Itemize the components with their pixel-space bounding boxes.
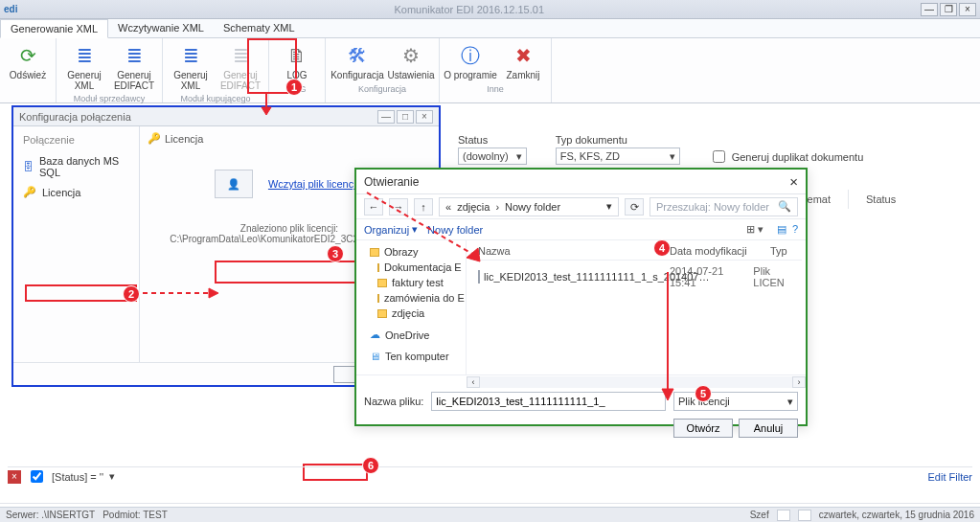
tools-icon: 🛠 — [344, 42, 371, 69]
folder-icon — [377, 294, 379, 303]
filter-row: Status (dowolny)▾ Typ dokumentu FS, KFS,… — [458, 134, 972, 172]
search-input[interactable]: Przeszukaj: Nowy folder 🔍 — [650, 197, 798, 216]
status-label: Status — [458, 134, 527, 146]
buy-generate-xml-button[interactable]: ≣ Generuj XML — [167, 40, 215, 93]
load-license-button[interactable]: Wczytaj plik licencji — [262, 177, 364, 191]
marker-4: 4 — [653, 239, 671, 257]
xml-icon: ≣ — [177, 42, 204, 69]
open-dialog-title: Otwieranie — [364, 175, 419, 189]
log-button[interactable]: 🗎 LOG — [273, 40, 321, 83]
col-type[interactable]: Typ — [763, 242, 795, 260]
minimize-button[interactable]: — — [921, 3, 938, 16]
tree-item[interactable]: zamówienia do E — [360, 290, 462, 306]
nav-back-button[interactable]: ← — [364, 198, 383, 216]
filter-expression: [Status] = '' — [52, 471, 103, 483]
filter-enable-checkbox[interactable] — [31, 470, 43, 483]
group-buyer-label: Moduł kupującego — [180, 93, 250, 104]
filetype-select[interactable]: Plik licencji▾ — [673, 392, 798, 411]
folder-icon — [370, 248, 379, 257]
status-select[interactable]: (dowolny)▾ — [458, 148, 527, 165]
edit-filter-button[interactable]: Edit Filter — [928, 471, 972, 483]
restore-button[interactable]: ❐ — [940, 3, 957, 16]
dialog-close-button[interactable]: × — [789, 173, 798, 190]
log-icon: 🗎 — [284, 42, 310, 69]
refresh-button[interactable]: ⟳ Odśwież — [4, 40, 52, 83]
config-button[interactable]: 🛠 Konfiguracja — [330, 40, 385, 83]
tree-item[interactable]: Obrazy — [360, 244, 462, 260]
open-button[interactable]: Otwórz — [673, 419, 733, 438]
nav-refresh-button[interactable]: ⟳ — [625, 198, 644, 216]
organize-button[interactable]: Organizuj ▾ — [364, 223, 418, 236]
close-button[interactable]: × — [959, 3, 976, 16]
database-icon: 🗄 — [23, 161, 34, 172]
scroll-track[interactable] — [480, 376, 792, 388]
filename-input[interactable] — [431, 392, 666, 411]
file-icon — [478, 270, 480, 284]
status-entity: Podmiot: TEST — [103, 510, 168, 520]
search-icon: 🔍 — [778, 200, 791, 213]
config-maximize-button[interactable]: □ — [397, 110, 414, 124]
marker-3: 3 — [327, 245, 344, 262]
sidebar-item-license[interactable]: 🔑 Licencja — [17, 182, 135, 202]
status-icon-1[interactable] — [777, 510, 790, 521]
col-modified[interactable]: Data modyfikacji — [662, 242, 763, 260]
tree-item[interactable]: 🖥Ten komputer — [360, 349, 462, 364]
grid-col-status[interactable]: Status — [848, 190, 972, 209]
tab-schematy-xml[interactable]: Schematy XML — [214, 19, 305, 37]
breadcrumb[interactable]: « zdjęcia› Nowy folder ▾ — [439, 197, 619, 216]
group-config-label: Konfiguracja — [358, 83, 406, 95]
tree-item[interactable]: Dokumentacja E — [360, 260, 462, 275]
filename-label: Nazwa pliku: — [364, 396, 423, 407]
config-close-button[interactable]: × — [416, 110, 433, 124]
generate-xml-button[interactable]: ≣ Generuj XML — [60, 40, 108, 93]
gear-icon: ⚙ — [398, 42, 424, 69]
help-button[interactable]: ? — [792, 223, 798, 236]
status-role: Szef — [750, 510, 769, 520]
filter-bar: × [Status] = '' ▾ Edit Filter — [8, 466, 972, 486]
app-icon: edi — [4, 4, 17, 14]
file-type: Plik LICEN — [745, 263, 802, 290]
clear-filter-button[interactable]: × — [8, 470, 21, 484]
onedrive-icon: ☁ — [370, 329, 380, 341]
scroll-right-button[interactable]: › — [792, 376, 806, 388]
grid-header: hemat Status — [783, 190, 972, 209]
nav-up-button[interactable]: ↑ — [414, 198, 433, 216]
panel-title: 🔑 Licencja — [148, 132, 203, 145]
col-name[interactable]: Nazwa — [470, 242, 662, 260]
edifact-icon: ≣ — [227, 42, 254, 69]
marker-2: 2 — [123, 285, 140, 303]
folder-tree[interactable]: Obrazy Dokumentacja E faktury test zamów… — [356, 240, 467, 374]
key-icon: 🔑 — [148, 132, 161, 145]
status-icon-2[interactable] — [798, 510, 811, 521]
config-minimize-button[interactable]: — — [377, 110, 395, 124]
cancel-button[interactable]: Anuluj — [739, 419, 798, 438]
doc-type-select[interactable]: FS, KFS, ZD▾ — [556, 148, 680, 165]
xml-icon: ≣ — [71, 42, 98, 69]
sidebar-item-db[interactable]: 🗄 Baza danych MS SQL — [17, 151, 135, 182]
edifact-icon: ≣ — [121, 42, 148, 69]
folder-icon — [377, 263, 379, 272]
tab-generowanie-xml[interactable]: Generowanie XML — [0, 19, 108, 38]
window-titlebar: edi Komunikator EDI 2016.12.15.01 — ❐ × — [0, 0, 980, 19]
file-row[interactable]: lic_KEDI2013_test_1111111111_1_s_201407…… — [470, 261, 802, 293]
close-icon: ✖ — [510, 42, 536, 69]
view-mode-button[interactable]: ⊞ ▾ — [746, 223, 771, 236]
generate-edifact-button[interactable]: ≣ Generuj EDIFACT — [110, 40, 158, 93]
status-date: czwartek, czwartek, 15 grudnia 2016 — [819, 510, 974, 520]
file-list[interactable]: Nazwa Data modyfikacji Typ lic_KEDI2013_… — [467, 240, 806, 374]
marker-6: 6 — [362, 457, 379, 474]
settings-button[interactable]: ⚙ Ustawienia — [387, 40, 435, 83]
nav-forward-button[interactable]: → — [389, 198, 408, 216]
tree-item[interactable]: zdjęcia — [360, 306, 462, 321]
new-folder-button[interactable]: Nowy folder — [427, 224, 483, 236]
preview-pane-button[interactable]: ▤ — [777, 223, 786, 236]
tree-item[interactable]: faktury test — [360, 275, 462, 290]
tree-item[interactable]: ☁OneDrive — [360, 327, 462, 343]
about-button[interactable]: ⓘ O programie — [444, 40, 497, 83]
exit-button[interactable]: ✖ Zamknij — [499, 40, 547, 83]
duplicate-checkbox[interactable]: Generuj duplikat dokumentu — [709, 148, 864, 166]
group-seller-label: Moduł sprzedawcy — [74, 93, 146, 104]
tab-wczytywanie-xml[interactable]: Wczytywanie XML — [108, 19, 214, 37]
window-title: Komunikator EDI 2016.12.15.01 — [17, 4, 921, 15]
scroll-left-button[interactable]: ‹ — [467, 376, 480, 388]
